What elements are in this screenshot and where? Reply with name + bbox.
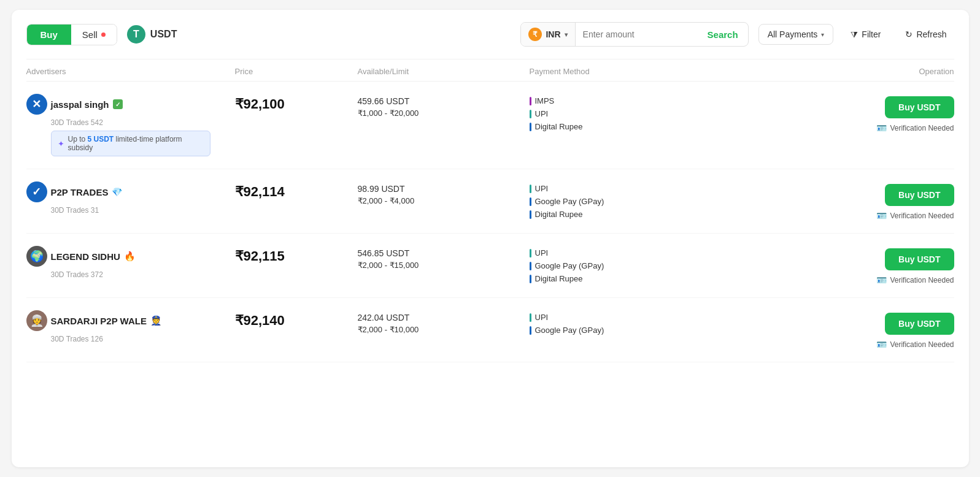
verification-needed: 🪪 Verification Needed xyxy=(876,211,954,221)
avatar: ✕ xyxy=(26,94,47,115)
emoji-badge: 🔥 xyxy=(124,251,136,262)
price: ₹92,115 xyxy=(235,246,358,264)
trades-count: 30D Trades 372 xyxy=(51,270,235,279)
filter-icon: ⧩ xyxy=(851,29,858,40)
limit-range: ₹2,000 - ₹4,000 xyxy=(358,196,530,205)
search-bar: ₹ INR ▾ Search xyxy=(520,22,748,47)
payment-item: Digital Rupee xyxy=(530,122,726,131)
available-amount: 242.04 USDT xyxy=(358,313,530,322)
all-payments-button[interactable]: All Payments ▾ xyxy=(758,24,834,45)
payment-bar-icon xyxy=(530,110,531,118)
operation-col: Buy USDT 🪪 Verification Needed xyxy=(726,94,954,133)
diamond-badge: 💎 xyxy=(112,187,122,197)
payment-item: UPI xyxy=(530,313,726,322)
emoji-badge: 👮 xyxy=(150,315,162,326)
refresh-icon: ↻ xyxy=(905,29,912,39)
operation-col: Buy USDT 🪪 Verification Needed xyxy=(726,310,954,349)
trades-count: 30D Trades 542 xyxy=(51,118,235,127)
avatar: ✓ xyxy=(26,181,47,202)
payment-bar-icon xyxy=(530,123,531,131)
col-operation: Operation xyxy=(726,67,954,76)
buy-usdt-button[interactable]: Buy USDT xyxy=(885,248,954,270)
payment-item: Digital Rupee xyxy=(530,210,726,219)
buy-usdt-button[interactable]: Buy USDT xyxy=(885,96,954,118)
payment-item: Google Pay (GPay) xyxy=(530,326,726,335)
payment-col: UPI Google Pay (GPay) xyxy=(530,310,726,335)
limit-range: ₹1,000 - ₹20,000 xyxy=(358,109,530,118)
payment-bar-icon xyxy=(530,275,531,283)
price: ₹92,140 xyxy=(235,310,358,329)
advertiser-name: 👳 SARDARJI P2P WALE 👮 xyxy=(26,310,235,331)
buy-usdt-button[interactable]: Buy USDT xyxy=(885,184,954,206)
col-advertisers: Advertisers xyxy=(26,67,235,76)
payment-bar-icon xyxy=(530,185,531,193)
advertiser-name: ✓ P2P TRADES 💎 xyxy=(26,181,235,202)
limit-col: 546.85 USDT ₹2,000 - ₹15,000 xyxy=(358,246,530,270)
payment-bar-icon xyxy=(530,97,531,105)
table-row: ✕ jasspal singh ✓ 30D Trades 542 ✦ Up to… xyxy=(26,82,954,169)
subsidy-badge: ✦ Up to 5 USDT limited-time platform sub… xyxy=(51,131,210,156)
payment-bar-icon xyxy=(530,262,531,270)
payment-bar-icon xyxy=(530,210,531,219)
available-amount: 546.85 USDT xyxy=(358,248,530,258)
avatar: 👳 xyxy=(26,310,47,331)
currency-select[interactable]: ₹ INR ▾ xyxy=(521,23,575,46)
buy-tab[interactable]: Buy xyxy=(27,25,71,45)
available-amount: 98.99 USDT xyxy=(358,184,530,194)
advertiser-name: ✕ jasspal singh ✓ xyxy=(26,94,235,115)
available-amount: 459.66 USDT xyxy=(358,96,530,106)
advertiser-label: jasspal singh xyxy=(51,99,109,110)
trades-count: 30D Trades 31 xyxy=(51,206,235,215)
payment-col: IMPS UPI Digital Rupee xyxy=(530,94,726,131)
price: ₹92,114 xyxy=(235,181,358,200)
sell-tab[interactable]: Sell xyxy=(71,25,117,45)
filter-button[interactable]: ⧩ Filter xyxy=(843,25,888,45)
payment-col: UPI Google Pay (GPay) Digital Rupee xyxy=(530,181,726,219)
payment-col: UPI Google Pay (GPay) Digital Rupee xyxy=(530,246,726,283)
avatar: 🌍 xyxy=(26,246,47,267)
header: Buy Sell T USDT ₹ INR ▾ Search All Payme… xyxy=(26,22,954,59)
refresh-button[interactable]: ↻ Refresh xyxy=(898,25,954,44)
usdt-label: T USDT xyxy=(127,25,177,44)
limit-col: 98.99 USDT ₹2,000 - ₹4,000 xyxy=(358,181,530,205)
chevron-down-icon: ▾ xyxy=(821,31,824,38)
usdt-icon: T xyxy=(127,25,145,44)
advertiser-name: 🌍 LEGEND SIDHU 🔥 xyxy=(26,246,235,267)
advertiser-label: SARDARJI P2P WALE xyxy=(51,316,147,326)
id-card-icon: 🪪 xyxy=(876,211,887,221)
search-button[interactable]: Search xyxy=(698,23,748,46)
main-container: Buy Sell T USDT ₹ INR ▾ Search All Payme… xyxy=(12,10,969,467)
subsidy-star-icon: ✦ xyxy=(58,139,64,148)
tab-group: Buy Sell xyxy=(26,24,117,45)
table-row: ✓ P2P TRADES 💎 30D Trades 31 ₹92,114 98.… xyxy=(26,169,954,234)
payment-bar-icon xyxy=(530,326,531,335)
col-payment: Payment Method xyxy=(530,67,726,76)
limit-range: ₹2,000 - ₹10,000 xyxy=(358,325,530,334)
col-available: Available/Limit xyxy=(358,67,530,76)
limit-col: 242.04 USDT ₹2,000 - ₹10,000 xyxy=(358,310,530,334)
advertiser-label: P2P TRADES xyxy=(51,187,109,197)
table-row: 👳 SARDARJI P2P WALE 👮 30D Trades 126 ₹92… xyxy=(26,298,954,362)
trades-count: 30D Trades 126 xyxy=(51,335,235,343)
payment-bar-icon xyxy=(530,197,531,206)
verification-needed: 🪪 Verification Needed xyxy=(876,340,954,349)
payment-item: UPI xyxy=(530,248,726,258)
payment-item: Digital Rupee xyxy=(530,274,726,283)
payment-item: UPI xyxy=(530,109,726,118)
table-header: Advertisers Price Available/Limit Paymen… xyxy=(26,59,954,82)
id-card-icon: 🪪 xyxy=(876,123,887,133)
advertiser-col: 🌍 LEGEND SIDHU 🔥 30D Trades 372 xyxy=(26,246,235,279)
payment-item: Google Pay (GPay) xyxy=(530,197,726,206)
limit-col: 459.66 USDT ₹1,000 - ₹20,000 xyxy=(358,94,530,118)
advertiser-col: 👳 SARDARJI P2P WALE 👮 30D Trades 126 xyxy=(26,310,235,343)
verified-badge: ✓ xyxy=(113,99,123,109)
operation-col: Buy USDT 🪪 Verification Needed xyxy=(726,181,954,221)
chevron-down-icon: ▾ xyxy=(565,31,568,38)
inr-icon: ₹ xyxy=(528,28,542,41)
limit-range: ₹2,000 - ₹15,000 xyxy=(358,261,530,270)
buy-usdt-button[interactable]: Buy USDT xyxy=(885,313,954,335)
advertiser-label: LEGEND SIDHU xyxy=(51,251,120,262)
col-price: Price xyxy=(235,67,358,76)
amount-input[interactable] xyxy=(576,23,698,46)
advertiser-col: ✓ P2P TRADES 💎 30D Trades 31 xyxy=(26,181,235,215)
